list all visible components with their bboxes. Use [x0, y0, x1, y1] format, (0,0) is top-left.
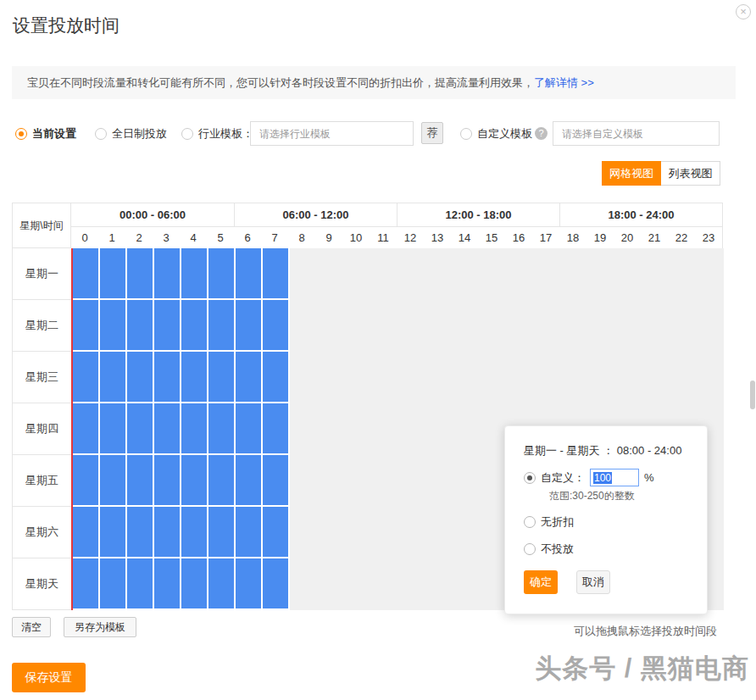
save-as-template-button[interactable]: 另存为模板 [64, 617, 136, 637]
grid-cell[interactable] [317, 558, 344, 610]
grid-cell[interactable] [425, 455, 453, 507]
grid-cell[interactable] [344, 507, 371, 558]
grid-cell[interactable] [697, 248, 724, 300]
grid-cell[interactable] [154, 300, 181, 352]
grid-cell[interactable] [181, 507, 208, 558]
grid-cell[interactable] [453, 248, 480, 300]
grid-cell[interactable] [263, 507, 290, 558]
close-icon[interactable]: × [736, 4, 751, 19]
grid-cell[interactable] [398, 507, 425, 558]
grid-cell[interactable] [127, 455, 154, 507]
grid-cell[interactable] [344, 352, 371, 403]
grid-cell[interactable] [371, 507, 398, 558]
grid-cell[interactable] [100, 352, 127, 403]
grid-cell[interactable] [317, 507, 344, 558]
grid-cell[interactable] [453, 352, 480, 403]
grid-cell[interactable] [263, 352, 290, 403]
option-custom-template[interactable]: 自定义模板： [460, 127, 543, 141]
grid-cell[interactable] [398, 352, 425, 403]
grid-cell[interactable] [642, 248, 670, 300]
grid-cell[interactable] [344, 455, 371, 507]
grid-cell[interactable] [290, 300, 317, 352]
grid-view-button[interactable]: 网格视图 [602, 161, 661, 186]
grid-cell[interactable] [236, 455, 263, 507]
learn-more-link[interactable]: 了解详情 >> [534, 76, 594, 89]
grid-cell[interactable] [73, 403, 100, 455]
grid-cell[interactable] [697, 300, 724, 352]
grid-cell[interactable] [615, 352, 642, 403]
grid-cell[interactable] [208, 507, 236, 558]
grid-cell[interactable] [154, 403, 181, 455]
grid-cell[interactable] [371, 403, 398, 455]
grid-cell[interactable] [154, 352, 181, 403]
grid-cell[interactable] [670, 352, 697, 403]
grid-cell[interactable] [642, 300, 670, 352]
grid-cell[interactable] [127, 507, 154, 558]
grid-cell[interactable] [154, 455, 181, 507]
scrollbar-thumb[interactable] [750, 381, 755, 409]
grid-cell[interactable] [127, 248, 154, 300]
grid-cell[interactable] [127, 352, 154, 403]
grid-cell[interactable] [154, 507, 181, 558]
grid-cell[interactable] [453, 507, 480, 558]
grid-cell[interactable] [263, 403, 290, 455]
grid-cell[interactable] [208, 300, 236, 352]
grid-cell[interactable] [290, 403, 317, 455]
grid-cell[interactable] [425, 352, 453, 403]
grid-cell[interactable] [371, 248, 398, 300]
grid-cell[interactable] [100, 403, 127, 455]
grid-cell[interactable] [236, 558, 263, 610]
grid-cell[interactable] [480, 300, 507, 352]
popup-option-no-delivery[interactable]: 不投放 [524, 542, 574, 557]
grid-cell[interactable] [588, 300, 615, 352]
grid-cell[interactable] [561, 352, 588, 403]
grid-cell[interactable] [588, 248, 615, 300]
grid-cell[interactable] [181, 248, 208, 300]
grid-cell[interactable] [344, 558, 371, 610]
grid-cell[interactable] [425, 248, 453, 300]
grid-cell[interactable] [371, 455, 398, 507]
grid-cell[interactable] [100, 248, 127, 300]
grid-cell[interactable] [236, 248, 263, 300]
grid-cell[interactable] [236, 507, 263, 558]
grid-cell[interactable] [534, 352, 561, 403]
grid-cell[interactable] [480, 455, 507, 507]
grid-cell[interactable] [642, 352, 670, 403]
grid-cell[interactable] [480, 403, 507, 455]
grid-cell[interactable] [317, 352, 344, 403]
grid-cell[interactable] [290, 507, 317, 558]
grid-cell[interactable] [73, 352, 100, 403]
clear-button[interactable]: 清空 [12, 617, 51, 637]
grid-cell[interactable] [181, 300, 208, 352]
grid-cell[interactable] [398, 558, 425, 610]
grid-cell[interactable] [344, 248, 371, 300]
grid-cell[interactable] [480, 507, 507, 558]
grid-cell[interactable] [615, 248, 642, 300]
grid-cell[interactable] [290, 558, 317, 610]
cancel-button[interactable]: 取消 [576, 570, 610, 594]
grid-cell[interactable] [398, 248, 425, 300]
grid-cell[interactable] [534, 248, 561, 300]
grid-cell[interactable] [263, 248, 290, 300]
confirm-button[interactable]: 确定 [524, 570, 558, 594]
grid-cell[interactable] [588, 352, 615, 403]
grid-cell[interactable] [127, 403, 154, 455]
grid-cell[interactable] [317, 248, 344, 300]
grid-cell[interactable] [507, 352, 534, 403]
grid-cell[interactable] [236, 403, 263, 455]
option-industry-template[interactable]: 行业模板： [181, 127, 253, 141]
grid-cell[interactable] [154, 248, 181, 300]
grid-cell[interactable] [181, 403, 208, 455]
grid-cell[interactable] [100, 300, 127, 352]
grid-cell[interactable] [127, 558, 154, 610]
recommend-button[interactable]: 荐 [421, 122, 443, 144]
grid-cell[interactable] [507, 248, 534, 300]
grid-cell[interactable] [73, 455, 100, 507]
grid-cell[interactable] [208, 248, 236, 300]
grid-cell[interactable] [73, 507, 100, 558]
grid-cell[interactable] [398, 455, 425, 507]
grid-cell[interactable] [425, 300, 453, 352]
custom-template-input[interactable] [553, 121, 720, 146]
option-all-day[interactable]: 全日制投放 [95, 127, 167, 141]
option-current-setting[interactable]: 当前设置 [15, 127, 76, 141]
